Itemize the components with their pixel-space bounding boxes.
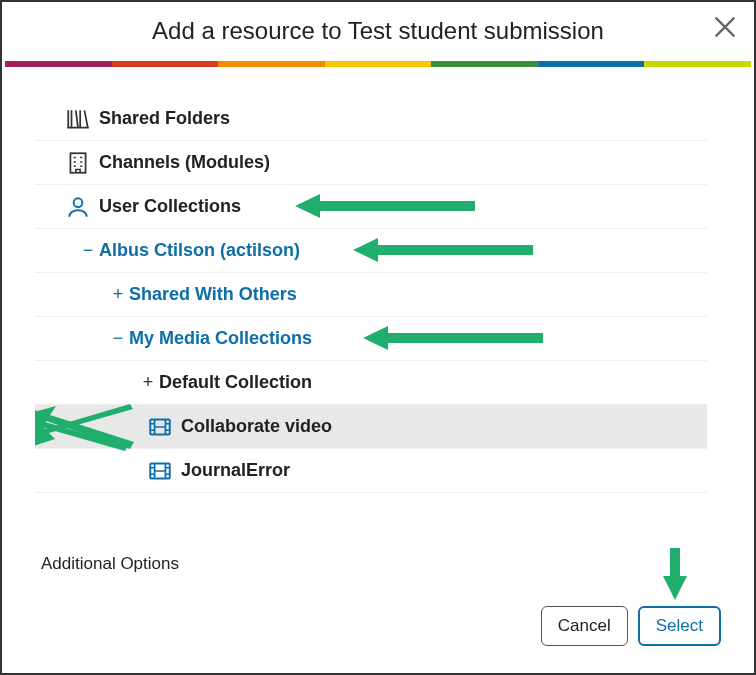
modal-dialog: Add a resource to Test student submissio… bbox=[2, 2, 754, 673]
svg-marker-7 bbox=[35, 404, 133, 448]
select-wrap: Select bbox=[638, 606, 721, 646]
tree-label: Albus Ctilson (actilson) bbox=[99, 240, 300, 261]
building-icon bbox=[65, 150, 91, 176]
tree-label: Default Collection bbox=[159, 372, 312, 393]
collapse-icon[interactable]: − bbox=[107, 328, 129, 349]
close-icon bbox=[711, 13, 739, 41]
annotation-arrow bbox=[35, 405, 142, 450]
annotation-arrow bbox=[363, 323, 543, 353]
modal-footer: Cancel Select bbox=[5, 594, 751, 670]
tree-label: JournalError bbox=[181, 460, 290, 481]
annotation-arrow bbox=[35, 403, 143, 451]
cancel-button[interactable]: Cancel bbox=[541, 606, 628, 646]
modal-header: Add a resource to Test student submissio… bbox=[5, 5, 751, 61]
svg-marker-3 bbox=[353, 238, 533, 262]
select-button[interactable]: Select bbox=[638, 606, 721, 646]
tree-item-user[interactable]: − Albus Ctilson (actilson) bbox=[35, 229, 707, 273]
film-icon bbox=[147, 414, 173, 440]
tree-item-collaborate-video[interactable]: Collaborate video bbox=[35, 405, 707, 449]
user-icon bbox=[65, 194, 91, 220]
svg-point-1 bbox=[74, 198, 83, 207]
tree-item-shared-with-others[interactable]: + Shared With Others bbox=[35, 273, 707, 317]
tree-item-default-collection[interactable]: + Default Collection bbox=[35, 361, 707, 405]
tree-item-user-collections[interactable]: User Collections bbox=[35, 185, 707, 229]
modal-title: Add a resource to Test student submissio… bbox=[45, 17, 711, 45]
svg-marker-4 bbox=[363, 326, 543, 350]
tree-label: User Collections bbox=[99, 196, 241, 217]
expand-icon[interactable]: + bbox=[107, 284, 129, 305]
collapse-icon[interactable]: − bbox=[77, 240, 99, 261]
tree-label: Collaborate video bbox=[181, 416, 332, 437]
resource-tree[interactable]: Shared Folders Channels (Modules) User C… bbox=[35, 97, 721, 534]
annotation-arrow bbox=[295, 191, 475, 221]
svg-marker-6 bbox=[35, 406, 128, 451]
tree-label: Shared With Others bbox=[129, 284, 297, 305]
svg-marker-9 bbox=[35, 406, 134, 449]
tree-label: My Media Collections bbox=[129, 328, 312, 349]
tree-item-shared-folders[interactable]: Shared Folders bbox=[35, 97, 707, 141]
svg-marker-2 bbox=[295, 194, 475, 218]
tree-item-my-media[interactable]: − My Media Collections bbox=[35, 317, 707, 361]
film-icon bbox=[147, 458, 173, 484]
folders-icon bbox=[65, 106, 91, 132]
tree-label: Channels (Modules) bbox=[99, 152, 270, 173]
close-button[interactable] bbox=[711, 13, 739, 41]
tree-label: Shared Folders bbox=[99, 108, 230, 129]
tree-item-channels[interactable]: Channels (Modules) bbox=[35, 141, 707, 185]
expand-icon[interactable]: + bbox=[137, 372, 159, 393]
additional-options-label[interactable]: Additional Options bbox=[35, 534, 721, 584]
content-area: Shared Folders Channels (Modules) User C… bbox=[5, 67, 751, 594]
annotation-arrow bbox=[353, 235, 533, 265]
tree-item-journal-error[interactable]: JournalError bbox=[35, 449, 707, 493]
